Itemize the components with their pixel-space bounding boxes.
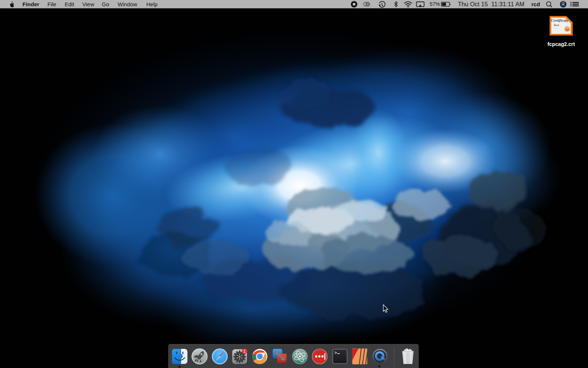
- svg-text:1: 1: [244, 349, 246, 353]
- svg-text:Root: Root: [553, 24, 560, 27]
- svg-text:>: >: [334, 351, 337, 355]
- svg-text:· —·— ·: · —·— ·: [553, 27, 560, 29]
- svg-text:Certificate: Certificate: [551, 18, 569, 22]
